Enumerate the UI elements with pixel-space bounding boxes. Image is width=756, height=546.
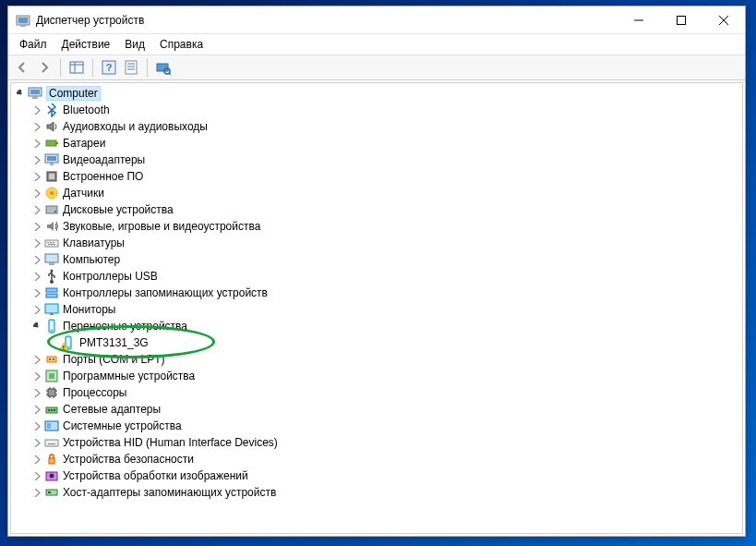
tree-device-node[interactable]: !PMT3131_3G [44,334,742,351]
expand-icon[interactable] [31,454,42,465]
expand-icon[interactable] [31,354,42,365]
scan-hardware-button[interactable] [153,57,174,78]
expand-icon[interactable] [31,387,42,398]
tree-category-node[interactable]: Мониторы [28,301,742,318]
expand-icon[interactable] [31,404,42,415]
minimize-button[interactable] [618,6,660,34]
expand-icon[interactable] [31,221,42,232]
expand-icon[interactable] [31,237,42,249]
expand-icon[interactable] [31,437,42,448]
computer-icon [28,86,42,101]
expand-icon[interactable] [31,287,42,298]
expand-icon[interactable] [31,154,42,165]
tree-category-node[interactable]: Устройства обработки изображений [28,467,742,484]
node-label: Устройства HID (Human Interface Devices) [63,436,278,449]
svg-rect-73 [45,440,58,446]
titlebar[interactable]: Диспетчер устройств [8,6,745,34]
svg-rect-47 [50,322,54,329]
display-icon [44,152,59,167]
tree-root-node[interactable]: Computer [11,85,742,102]
svg-line-18 [169,73,171,75]
tree-category-node[interactable]: Контроллеры запоминающих устройств [28,285,742,301]
expand-icon[interactable] [31,121,42,132]
node-label: Встроенное ПО [63,170,143,183]
expand-icon[interactable] [31,470,42,481]
tree-category-node[interactable]: Устройства безопасности [28,451,742,467]
maximize-button[interactable] [660,6,702,34]
tree-category-node[interactable]: Программные устройства [28,368,742,384]
node-label: Процессоры [63,386,127,399]
node-label: Устройства безопасности [63,453,194,466]
expand-icon[interactable] [15,88,26,99]
expand-icon[interactable] [31,304,42,315]
toolbar: ? [8,55,745,80]
tree-category-node[interactable]: Контроллеры USB [28,268,742,285]
audio-icon [44,119,59,134]
tree-category-node[interactable]: Устройства HID (Human Interface Devices) [28,434,742,451]
svg-point-40 [51,270,54,273]
tree-category-node[interactable]: Дисковые устройства [28,201,742,218]
expand-icon[interactable] [31,370,42,382]
tree-category-node[interactable]: Аудиовходы и аудиовыходы [28,118,742,135]
forward-button[interactable] [34,57,54,78]
svg-rect-69 [51,409,53,411]
window-controls [618,6,745,33]
expand-icon[interactable] [31,254,42,265]
expand-icon[interactable] [31,487,42,498]
toolbar-separator [60,58,61,77]
sound-icon [44,219,59,234]
tree-category-node[interactable]: Видеоадаптеры [28,152,742,168]
svg-rect-2 [20,25,26,27]
svg-rect-37 [48,244,55,245]
tree-category-node[interactable]: Клавиатуры [28,235,742,251]
expand-icon[interactable] [31,104,42,115]
expand-icon[interactable] [31,188,42,199]
system-icon [44,419,59,433]
tree-category-node[interactable]: Звуковые, игровые и видеоустройства [28,218,742,235]
menubar: Файл Действие Вид Справка [8,34,745,55]
tree-category-node[interactable]: Датчики [28,185,742,201]
svg-rect-74 [48,443,55,444]
show-hide-tree-button[interactable] [66,57,87,78]
node-label: Сетевые адаптеры [63,403,161,416]
bluetooth-icon [44,103,59,117]
menu-help[interactable]: Справка [152,36,210,53]
tree-category-node[interactable]: Хост-адаптеры запоминающих устройств [28,484,742,501]
menu-action[interactable]: Действие [54,36,118,53]
node-label: Порты (COM и LPT) [63,353,165,366]
tree-category-node[interactable]: Компьютер [28,251,742,268]
svg-rect-70 [54,409,55,411]
svg-rect-43 [46,294,57,297]
svg-point-30 [50,191,54,195]
expand-icon[interactable] [31,204,42,215]
security-icon [44,452,59,467]
expand-icon[interactable] [31,171,42,182]
tree-category-node[interactable]: Bluetooth [28,102,742,118]
expand-icon[interactable] [31,138,42,149]
tree-category-node[interactable]: Порты (COM и LPT) [28,351,742,368]
properties-button[interactable] [121,57,141,78]
svg-rect-53 [47,357,56,362]
tree-category-node[interactable]: Системные устройства [28,418,742,434]
ports-icon [44,352,59,367]
svg-rect-20 [30,90,40,94]
device-tree-container[interactable]: Computer BluetoothАудиовходы и аудиовыхо… [10,82,743,534]
svg-point-55 [53,358,54,360]
collapse-icon[interactable] [31,321,42,332]
back-button[interactable] [12,57,32,78]
menu-view[interactable]: Вид [117,36,152,53]
close-button[interactable] [702,6,745,34]
node-label: Программные устройства [63,370,195,382]
menu-file[interactable]: Файл [12,36,54,53]
expand-icon[interactable] [31,420,42,431]
tree-category-node[interactable]: Батареи [28,135,742,152]
svg-rect-23 [56,142,58,144]
tree-category-node[interactable]: Сетевые адаптеры [28,401,742,418]
sensor-icon [44,186,59,200]
expand-icon[interactable] [31,271,42,282]
help-button[interactable]: ? [99,57,119,78]
tree-category-node[interactable]: Встроенное ПО [28,168,742,185]
tree-category-node[interactable]: Переносные устройства [28,318,742,334]
node-label: Системные устройства [63,419,182,432]
tree-category-node[interactable]: Процессоры [28,384,742,401]
